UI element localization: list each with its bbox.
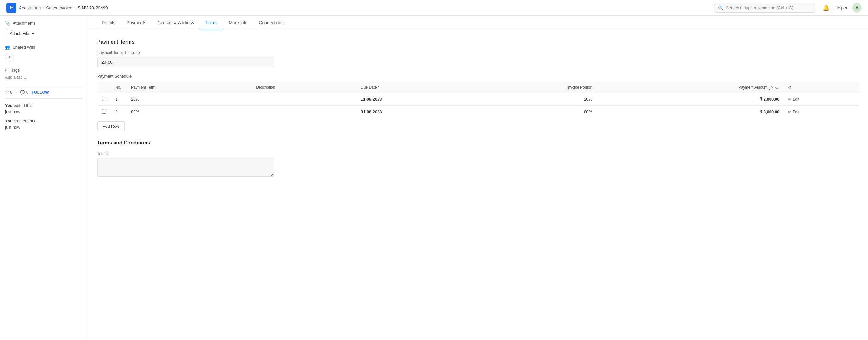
paperclip-icon: 📎 (5, 21, 10, 26)
terms-group: Terms (97, 151, 859, 177)
row1-invoice-portion: 20% (469, 93, 596, 106)
row1-description (252, 93, 356, 106)
breadcrumb: Accounting › Sales Invoice › SINV-23-204… (19, 5, 108, 10)
tab-terms[interactable]: Terms (200, 16, 223, 30)
comment-icon: 💬 (20, 90, 25, 95)
content-area: Details Payments Contact & Address Terms… (88, 16, 868, 340)
users-icon: 👥 (5, 45, 10, 49)
activity-entry-1: You edited this just now (5, 102, 83, 115)
row1-checkbox-cell (97, 93, 111, 106)
main-layout: 📎 Attachments Attach File + 👥 Shared Wit… (0, 16, 868, 340)
row1-checkbox[interactable] (102, 97, 106, 101)
col-description: Description (252, 82, 356, 93)
table-row: 2 80% 31-08-2023 80% ₹ 8,000.00 ✏ Edit (97, 106, 859, 118)
row2-edit-button[interactable]: ✏ Edit (788, 110, 799, 114)
search-placeholder-text: Search or type a command (Ctrl + G) (726, 5, 794, 10)
shared-with-add-button[interactable]: + (5, 53, 14, 62)
tab-payments[interactable]: Payments (121, 16, 152, 30)
row1-due-date: 11-08-2023 (356, 93, 469, 106)
tab-details[interactable]: Details (96, 16, 121, 30)
tab-connections[interactable]: Connections (253, 16, 289, 30)
payment-terms-title: Payment Terms (97, 39, 859, 45)
tags-title: 🏷 Tags (5, 68, 83, 72)
terms-conditions-title: Terms and Conditions (97, 140, 859, 146)
payment-template-label: Payment Terms Template (97, 50, 859, 55)
pencil-icon: ✏ (788, 97, 791, 102)
help-label: Help (835, 5, 844, 10)
table-row: 1 20% 11-08-2023 20% ₹ 2,000.00 ✏ Edit (97, 93, 859, 106)
chevron-down-icon: ▾ (845, 5, 847, 10)
bell-icon[interactable]: 🔔 (823, 4, 830, 11)
shared-with-title: 👥 Shared With (5, 45, 83, 49)
breadcrumb-doc-id: SINV-23-20499 (78, 5, 108, 10)
payment-template-group: Payment Terms Template 20-80 (97, 50, 859, 68)
activity-action-2: created this (13, 118, 35, 123)
tab-contact[interactable]: Contact & Address (152, 16, 200, 30)
row1-edit-button[interactable]: ✏ Edit (788, 97, 799, 102)
terms-textarea[interactable] (97, 158, 274, 177)
row1-term: 20% (127, 93, 252, 106)
row1-payment-amount: ₹ 2,000.00 (596, 93, 784, 106)
likes-stat[interactable]: ♡ 0 (5, 90, 12, 95)
breadcrumb-accounting[interactable]: Accounting (19, 5, 41, 10)
topbar: E Accounting › Sales Invoice › SINV-23-2… (0, 0, 868, 16)
attach-file-label: Attach File (10, 31, 29, 36)
app-logo[interactable]: E (6, 3, 17, 13)
col-no: No. (111, 82, 127, 93)
activity-time-2: just now (5, 125, 20, 130)
activity-entry-2: You created this just now (5, 118, 83, 130)
attachments-title: 📎 Attachments (5, 21, 83, 26)
row2-invoice-portion: 80% (469, 106, 596, 118)
tab-more-info[interactable]: More Info (223, 16, 253, 30)
breadcrumb-sales-invoice[interactable]: Sales Invoice (46, 5, 72, 10)
payment-schedule-section: Payment Schedule No. Payment Term Descri… (97, 74, 859, 131)
row2-due-date: 31-08-2023 (356, 106, 469, 118)
row2-edit-cell: ✏ Edit (784, 106, 859, 118)
comments-stat[interactable]: 💬 0 (20, 90, 28, 95)
search-icon: 🔍 (718, 5, 723, 10)
terms-conditions-section: Terms and Conditions Terms (97, 140, 859, 177)
row2-term: 80% (127, 106, 252, 118)
gear-icon[interactable]: ⚙ (788, 85, 792, 90)
likes-count: 0 (10, 90, 12, 95)
activity-actor-2: You (5, 118, 12, 123)
row2-checkbox[interactable] (102, 109, 106, 113)
row1-no: 1 (111, 93, 127, 106)
stat-sep: · (16, 90, 17, 95)
page-content: Payment Terms Payment Terms Template 20-… (88, 30, 868, 193)
sidebar-stats: ♡ 0 · 💬 0 FOLLOW (5, 90, 83, 95)
payment-schedule-table: No. Payment Term Description Due Date * … (97, 82, 859, 118)
terms-label: Terms (97, 151, 859, 156)
avatar[interactable]: A (852, 3, 862, 12)
row1-edit-cell: ✏ Edit (784, 93, 859, 106)
col-due-date: Due Date * (356, 82, 469, 93)
payment-template-input[interactable]: 20-80 (97, 57, 274, 68)
col-payment-amount: Payment Amount (INR... (596, 82, 784, 93)
topbar-actions: 🔔 Help ▾ A (823, 3, 862, 12)
row2-edit-label: Edit (793, 110, 799, 114)
heart-icon: ♡ (5, 90, 9, 95)
payment-schedule-label: Payment Schedule (97, 74, 859, 78)
col-checkbox (97, 82, 111, 93)
sidebar: 📎 Attachments Attach File + 👥 Shared Wit… (0, 16, 88, 340)
add-row-button[interactable]: Add Row (97, 122, 125, 131)
tabs-bar: Details Payments Contact & Address Terms… (88, 16, 868, 30)
attachments-section: 📎 Attachments Attach File + (5, 21, 83, 38)
row1-edit-label: Edit (793, 97, 799, 102)
attach-file-button[interactable]: Attach File + (5, 29, 39, 38)
follow-button[interactable]: FOLLOW (32, 90, 49, 95)
tag-icon: 🏷 (5, 68, 9, 72)
breadcrumb-sep-2: › (74, 5, 76, 10)
add-tag-link[interactable]: Add a tag ... (5, 75, 27, 79)
sidebar-divider-2 (5, 98, 83, 99)
search-bar[interactable]: 🔍 Search or type a command (Ctrl + G) (714, 3, 815, 12)
activity-time-1: just now (5, 109, 20, 114)
row2-payment-amount: ₹ 8,000.00 (596, 106, 784, 118)
row2-description (252, 106, 356, 118)
col-settings: ⚙ (784, 82, 859, 93)
attach-plus-icon: + (32, 31, 34, 36)
row2-checkbox-cell (97, 106, 111, 118)
activity-action-1: edited this (13, 103, 32, 108)
help-button[interactable]: Help ▾ (835, 5, 847, 10)
breadcrumb-sep-1: › (42, 5, 44, 10)
